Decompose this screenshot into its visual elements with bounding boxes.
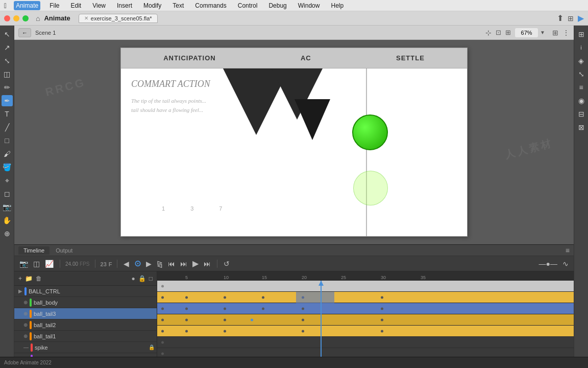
menu-commands[interactable]: Commands (193, 1, 228, 10)
layer-row[interactable]: ⊕ ball_tail2 (14, 319, 157, 331)
timeline-playhead[interactable] (321, 281, 322, 357)
layer-row[interactable]: ⊕ ball_body (14, 297, 157, 308)
menu-debug[interactable]: Debug (266, 1, 288, 10)
loop-all-btn[interactable]: ↺ (223, 259, 231, 269)
delete-layer-icon[interactable]: 🗑 (36, 275, 42, 282)
frame-row-ball-tail2[interactable] (157, 314, 574, 326)
stage-header: ANTICIPATION AC SETTLE (121, 48, 467, 68)
layer-row[interactable]: ▶ BALL_CTRL (14, 286, 157, 297)
zoom-input[interactable] (515, 28, 538, 37)
layer-name: ball_tail3 (34, 311, 155, 317)
frames-panel[interactable]: 5 10 15 20 25 30 35 (157, 271, 574, 357)
layer-row[interactable]: — spike 🔒 (14, 342, 157, 353)
menu-animate[interactable]: Animate (14, 1, 40, 10)
frame-dot (161, 307, 164, 310)
swatches-icon[interactable]: ⊟ (576, 108, 587, 120)
minimize-button[interactable] (13, 15, 19, 21)
more-icon[interactable]: ⋮ (562, 29, 570, 37)
share-icon[interactable]: ⬆ (557, 13, 564, 23)
onion-skin2-btn[interactable]: ⧎ (156, 259, 164, 269)
play-btn[interactable]: ▶ (191, 258, 200, 269)
pencil-brush[interactable]: 🖌 (2, 148, 13, 159)
prev-frame-btn[interactable]: ◀ (122, 259, 130, 269)
layer-row-selected[interactable]: ⊕ ball_tail3 (14, 308, 157, 319)
frame-row-ball-body[interactable] (157, 292, 574, 303)
apple-logo-icon[interactable]:  (4, 2, 7, 10)
panel-collapse-icon[interactable]: ⊞ (552, 29, 558, 37)
components-icon[interactable]: ⊠ (576, 122, 587, 133)
step-fwd-btn[interactable]: ⏭ (179, 259, 188, 269)
stage-canvas[interactable]: ANTICIPATION AC SETTLE (120, 48, 468, 237)
tab-close-icon[interactable]: ✕ (84, 15, 88, 21)
fit-timeline-btn[interactable]: —●— (538, 259, 558, 269)
timeline-controls: 📷 ◫ 📈 24.00 FPS 23 F ◀ ⊙ ▶ ⧎ ⏮ ⏭ ▶ ⏭ ↺ —… (14, 256, 574, 271)
frame-row-ball-tail3[interactable] (157, 303, 574, 314)
onion-skin-btn[interactable]: ◫ (32, 259, 41, 269)
outline-icon[interactable]: □ (149, 275, 153, 282)
menu-modify[interactable]: Modify (141, 1, 163, 10)
menu-insert[interactable]: Insert (115, 1, 134, 10)
loop-btn[interactable]: ⊙ (133, 258, 142, 269)
pencil-tool[interactable]: ✏ (2, 82, 13, 93)
menu-view[interactable]: View (90, 1, 108, 10)
eraser-tool[interactable]: ◻ (2, 188, 13, 199)
home-icon[interactable]: ⌂ (36, 14, 40, 22)
align-icon[interactable]: ≡ (576, 82, 587, 93)
tab-output[interactable]: Output (51, 246, 78, 255)
properties-icon[interactable]: ⊞ (576, 29, 587, 40)
step-back-btn[interactable]: ⏮ (167, 259, 176, 269)
lock-icon[interactable]: 🔒 (138, 275, 146, 282)
end-btn[interactable]: ⏭ (203, 259, 212, 269)
fit-icon[interactable]: ⊹ (485, 29, 492, 37)
select-tool[interactable]: ↖ (2, 29, 13, 40)
frame-row-ground[interactable] (157, 348, 574, 357)
color-icon[interactable]: ◉ (576, 95, 587, 106)
grid-icon[interactable]: ⊞ (505, 29, 511, 36)
add-layer-icon[interactable]: + (18, 275, 22, 282)
text-tool[interactable]: T (2, 108, 13, 120)
menu-edit[interactable]: Edit (69, 1, 84, 10)
ball-green (352, 114, 388, 150)
play-icon[interactable]: ▶ (578, 13, 584, 23)
transform-icon[interactable]: ⤡ (576, 68, 587, 80)
scene-back-btn[interactable]: ← (18, 28, 31, 37)
subselect-tool[interactable]: ↗ (2, 42, 13, 53)
add-folder-icon[interactable]: 📁 (25, 275, 33, 282)
line-tool[interactable]: ╱ (2, 122, 13, 133)
hand-tool[interactable]: ✋ (2, 215, 13, 226)
menu-file[interactable]: File (47, 1, 61, 10)
eyedropper-tool[interactable]: ⌖ (2, 175, 13, 186)
timeline-menu-icon[interactable]: ≡ (566, 246, 570, 255)
menu-control[interactable]: Control (236, 1, 260, 10)
lock-icon[interactable]: 🔒 (149, 344, 155, 350)
free-transform-tool[interactable]: ⤡ (2, 55, 13, 66)
info-icon[interactable]: i (576, 42, 587, 53)
gradient-tool[interactable]: ◫ (2, 68, 13, 80)
rectangle-tool[interactable]: □ (2, 135, 13, 146)
panel-icon[interactable]: ⊞ (568, 14, 574, 22)
eye-icon[interactable]: ● (132, 275, 135, 282)
clip-icon[interactable]: ⊡ (496, 29, 501, 36)
next-frame-btn[interactable]: ▶ (145, 259, 153, 269)
menu-window[interactable]: Window (296, 1, 322, 10)
camera-record-btn[interactable]: 📷 (18, 259, 29, 269)
assets-icon[interactable]: ◈ (576, 55, 587, 66)
tab-timeline[interactable]: Timeline (18, 246, 50, 255)
ease-btn[interactable]: ∿ (561, 259, 570, 269)
paint-bucket[interactable]: 🪣 (2, 162, 13, 173)
layer-row[interactable]: ⊕ ball_tail1 (14, 331, 157, 342)
frame-row-ball-tail1[interactable] (157, 326, 574, 337)
frame-row-spike[interactable] (157, 337, 574, 348)
frame-row-ball-ctrl[interactable] (157, 281, 574, 292)
layer-row[interactable]: — ground (14, 353, 157, 357)
camera-tool[interactable]: 📷 (2, 201, 13, 213)
pen-tool[interactable]: ✒ (2, 95, 13, 106)
zoom-tool[interactable]: ⊕ (2, 228, 13, 239)
file-tab[interactable]: ✕ exercise_3_scene05.fla* (79, 14, 158, 23)
menu-text[interactable]: Text (170, 1, 186, 10)
timeline-view-btn[interactable]: 📈 (44, 259, 55, 269)
zoom-dropdown-icon[interactable]: ▼ (540, 30, 545, 35)
menu-help[interactable]: Help (329, 1, 346, 10)
maximize-button[interactable] (22, 15, 29, 21)
close-button[interactable] (4, 15, 10, 21)
